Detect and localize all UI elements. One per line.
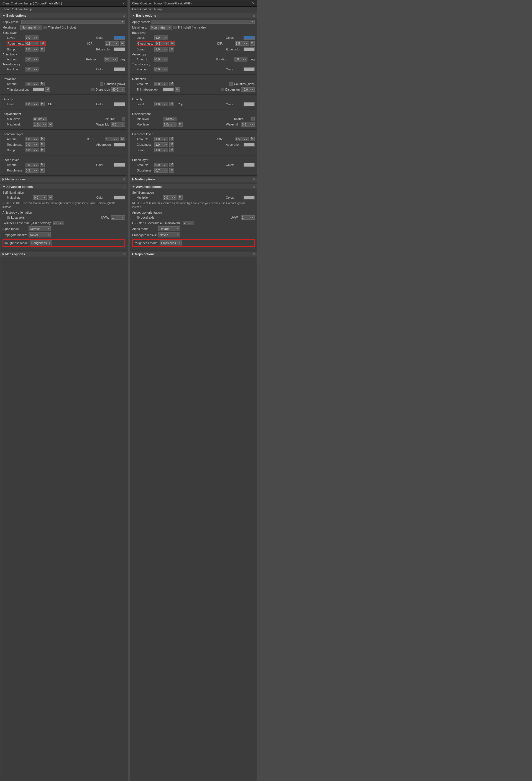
left-displacement-max-arrows[interactable]: ▲▼ [42, 124, 46, 125]
right-multiplier-spinbox[interactable]: 0.0 ▲▼ [163, 195, 176, 200]
right-propagate-masks-dropdown[interactable]: Never ▼ [158, 233, 180, 238]
right-displacement-max-arrows[interactable]: ▲▼ [172, 124, 176, 125]
right-gbuffer-spinbox[interactable]: -1 ▲▼ [183, 221, 194, 225]
right-close-button[interactable]: ✕ [252, 1, 255, 5]
left-roughness-mode-dropdown[interactable]: Roughness ▼ [30, 241, 52, 245]
left-uvw-arrows[interactable]: ▲▼ [120, 217, 124, 218]
left-roughness-spinbox-arrows[interactable]: ▲▼ [34, 43, 38, 45]
left-uvw-spinbox[interactable]: 1 ▲▼ [111, 215, 125, 220]
left-water-arrows[interactable]: ▲▼ [120, 124, 124, 125]
left-clearcoat-absorption-swatch[interactable] [114, 143, 125, 147]
left-water-spinbox[interactable]: 0.5 ▲▼ [111, 122, 125, 127]
right-bump-spinbox-arrows[interactable]: ▲▼ [163, 48, 167, 50]
left-sheen-roughness-map-btn[interactable]: M [40, 168, 45, 173]
left-sheen-amount-map-btn[interactable]: M [40, 163, 45, 167]
right-basic-options-header[interactable]: Basic options ⊞ [130, 13, 257, 18]
right-opacity-color-swatch[interactable] [244, 102, 255, 106]
right-water-arrows[interactable]: ▲▼ [250, 124, 253, 125]
left-clearcoat-ior-map-btn[interactable]: M [120, 137, 125, 141]
left-basic-options-header[interactable]: Basic options ⊞ [0, 13, 127, 18]
left-sheen-roughness-spinbox[interactable]: 0.3 ▲▼ [25, 168, 39, 173]
left-metalness-dropdown[interactable]: Non-metal ▼ [20, 25, 42, 30]
left-clearcoat-roughness-map-btn[interactable]: M [40, 142, 45, 147]
left-clearcoat-bump-arrows[interactable]: ▲▼ [34, 149, 37, 151]
right-clearcoat-bump-arrows[interactable]: ▲▼ [163, 149, 167, 151]
right-dispersion-checkbox[interactable] [221, 88, 224, 91]
left-adv-color-swatch[interactable] [114, 196, 125, 200]
left-clearcoat-amount-spinbox[interactable]: 1.0 ▲▼ [25, 137, 39, 141]
right-anisotropy-amount-arrows[interactable]: ▲▼ [163, 58, 167, 60]
right-rotation-arrows[interactable]: ▲▼ [242, 58, 246, 60]
left-displacement-min-arrows[interactable]: ▲▼ [42, 118, 46, 120]
left-clearcoat-amount-map-btn[interactable]: M [40, 137, 45, 141]
right-clearcoat-roughness-spinbox[interactable]: 1.0 ▲▼ [154, 142, 168, 147]
left-clearcoat-bump-spinbox[interactable]: 1.0 ▲▼ [25, 148, 39, 152]
right-maps-options-header[interactable]: Maps options ⊞ [130, 252, 257, 256]
right-fraction-spinbox[interactable]: 0.0 ▲▼ [154, 67, 168, 72]
left-multiplier-map-btn[interactable]: M [48, 195, 53, 200]
left-ior-spinbox[interactable]: 1.5 ▲▼ [105, 41, 119, 46]
right-clearcoat-bump-spinbox[interactable]: 1.0 ▲▼ [154, 148, 168, 152]
left-clearcoat-bump-m-btn[interactable]: M [40, 148, 45, 152]
right-local-axis-radio[interactable] [136, 216, 140, 219]
left-multiplier-arrows[interactable]: ▲▼ [42, 197, 46, 199]
right-clearcoat-ior-arrows[interactable]: ▲▼ [244, 138, 247, 140]
right-clearcoat-amount-arrows[interactable]: ▲▼ [163, 138, 167, 140]
right-uvw-arrows[interactable]: ▲▼ [250, 217, 253, 218]
left-opacity-color-swatch[interactable] [114, 102, 125, 106]
right-multiplier-arrows[interactable]: ▲▼ [171, 197, 175, 199]
left-dispersion-spinbox[interactable]: 40.0 ▲▼ [111, 87, 125, 92]
right-displacement-max-spinbox[interactable]: 1.0cm ▲▼ [163, 122, 176, 127]
right-fraction-spinbox-arrows[interactable]: ▲▼ [163, 69, 167, 70]
right-level-spinbox[interactable]: 1.0 ▲▼ [154, 36, 168, 40]
right-advanced-options-header[interactable]: Advanced options ⊞ [130, 184, 257, 189]
left-bump-m-btn[interactable]: M [40, 47, 45, 51]
left-texture-checkbox[interactable] [122, 117, 125, 121]
right-ior-map-btn[interactable]: M [250, 41, 255, 46]
right-color-swatch[interactable] [244, 36, 255, 40]
right-clearcoat-ior-spinbox[interactable]: 1.5 ▲▼ [235, 137, 249, 141]
right-roughness-spinbox-arrows[interactable]: ▲▼ [164, 43, 168, 45]
right-roughness-mode-dropdown[interactable]: Glossiness ▼ [160, 241, 182, 245]
left-displacement-map-btn[interactable]: M [48, 122, 53, 127]
right-clearcoat-ior-map-btn[interactable]: M [250, 137, 255, 141]
right-roughness-map-btn[interactable]: M [170, 41, 175, 46]
left-maps-options-header[interactable]: Maps options ⊞ [0, 252, 127, 256]
right-translucency-color-swatch[interactable] [244, 67, 255, 71]
left-opacity-level-spinbox[interactable]: 1.0 ▲▼ [25, 102, 39, 107]
right-adv-color-swatch[interactable] [244, 196, 255, 200]
right-opacity-map-btn[interactable]: M [169, 102, 174, 107]
right-sheen-amount-arrows[interactable]: ▲▼ [163, 164, 167, 166]
right-anisotropy-amount-spinbox[interactable]: 0.0 ▲▼ [154, 57, 168, 61]
left-close-button[interactable]: ✕ [122, 1, 125, 5]
left-media-options-header[interactable]: Media options ⊞ [0, 177, 127, 182]
left-thin-shell-checkbox[interactable] [43, 26, 47, 29]
right-thin-absorption-swatch[interactable] [163, 88, 174, 91]
left-advanced-options-header[interactable]: Advanced options ⊞ [0, 184, 127, 189]
left-multiplier-spinbox[interactable]: 0.0 ▲▼ [33, 195, 47, 200]
left-local-axis-radio[interactable] [7, 216, 10, 219]
left-clearcoat-amount-arrows[interactable]: ▲▼ [34, 138, 37, 140]
right-texture-checkbox[interactable] [251, 117, 255, 121]
right-opacity-level-arrows[interactable]: ▲▼ [163, 104, 167, 105]
left-translucency-color-swatch[interactable] [114, 67, 125, 71]
left-caustics-checkbox[interactable] [100, 82, 103, 86]
left-ior-map-btn[interactable]: M [120, 41, 125, 46]
left-color-swatch[interactable] [114, 36, 125, 40]
left-sheen-amount-spinbox[interactable]: 0.0 ▲▼ [25, 163, 39, 167]
right-dispersion-spinbox-arrows[interactable]: ▲▼ [250, 89, 253, 91]
left-roughness-spinbox[interactable]: 0.8 ▲▼ [25, 41, 39, 46]
right-sheen-amount-map-btn[interactable]: M [169, 163, 174, 167]
right-multiplier-map-btn[interactable]: M [177, 195, 182, 200]
left-rotation-spinbox[interactable]: 0.0 ▲▼ [104, 57, 118, 61]
left-gbuffer-arrows[interactable]: ▲▼ [59, 222, 63, 224]
left-refraction-map-btn[interactable]: M [40, 82, 45, 86]
right-level-spinbox-arrows[interactable]: ▲▼ [163, 37, 167, 39]
right-sheen-roughness-spinbox[interactable]: 0.7 ▲▼ [154, 168, 168, 173]
right-clearcoat-amount-map-btn[interactable]: M [169, 137, 174, 141]
left-propagate-masks-dropdown[interactable]: Never ▼ [29, 233, 51, 238]
left-ior-spinbox-arrows[interactable]: ▲▼ [114, 43, 118, 45]
right-sheen-amount-spinbox[interactable]: 0.0 ▲▼ [154, 163, 168, 167]
left-edge-color-swatch[interactable] [114, 47, 125, 51]
right-water-spinbox[interactable]: 0.5 ▲▼ [241, 122, 255, 127]
